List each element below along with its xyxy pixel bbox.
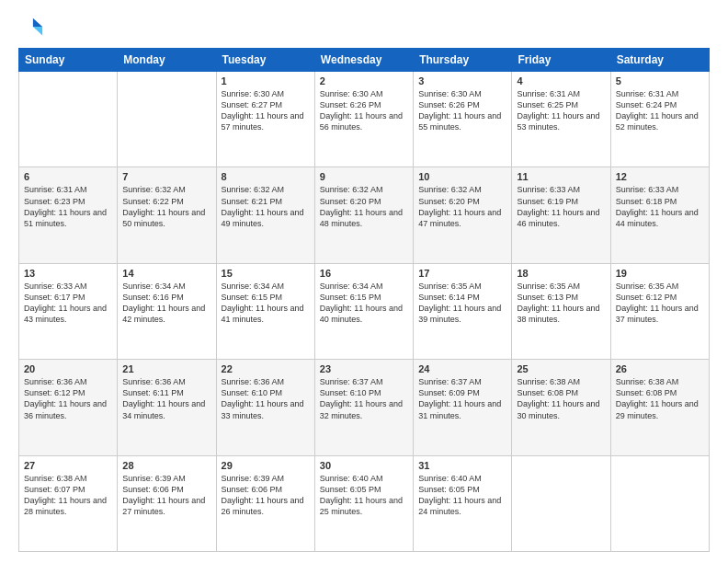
day-number: 30 xyxy=(320,460,408,471)
calendar-cell xyxy=(512,455,610,551)
day-info: Sunrise: 6:36 AM Sunset: 6:12 PM Dayligh… xyxy=(24,376,112,421)
day-number: 21 xyxy=(122,363,210,374)
week-row-4: 20Sunrise: 6:36 AM Sunset: 6:12 PM Dayli… xyxy=(19,360,710,455)
calendar-cell: 4Sunrise: 6:31 AM Sunset: 6:25 PM Daylig… xyxy=(512,72,610,167)
day-info: Sunrise: 6:32 AM Sunset: 6:22 PM Dayligh… xyxy=(122,184,210,229)
page: SundayMondayTuesdayWednesdayThursdayFrid… xyxy=(0,0,728,563)
day-info: Sunrise: 6:33 AM Sunset: 6:19 PM Dayligh… xyxy=(517,184,605,229)
day-info: Sunrise: 6:32 AM Sunset: 6:21 PM Dayligh… xyxy=(222,184,310,229)
day-info: Sunrise: 6:34 AM Sunset: 6:15 PM Dayligh… xyxy=(320,281,408,326)
day-info: Sunrise: 6:31 AM Sunset: 6:24 PM Dayligh… xyxy=(616,88,704,133)
day-number: 19 xyxy=(616,268,704,279)
day-number: 3 xyxy=(418,75,506,86)
day-info: Sunrise: 6:36 AM Sunset: 6:11 PM Dayligh… xyxy=(122,376,210,421)
day-number: 18 xyxy=(517,268,605,279)
calendar-cell: 11Sunrise: 6:33 AM Sunset: 6:19 PM Dayli… xyxy=(512,167,610,263)
calendar-cell: 29Sunrise: 6:39 AM Sunset: 6:06 PM Dayli… xyxy=(216,455,314,551)
day-number: 10 xyxy=(418,171,506,182)
day-number: 31 xyxy=(418,460,506,471)
calendar-cell: 17Sunrise: 6:35 AM Sunset: 6:14 PM Dayli… xyxy=(414,263,512,359)
day-info: Sunrise: 6:39 AM Sunset: 6:06 PM Dayligh… xyxy=(122,473,210,518)
calendar-cell: 20Sunrise: 6:36 AM Sunset: 6:12 PM Dayli… xyxy=(19,360,118,455)
calendar-cell: 1Sunrise: 6:30 AM Sunset: 6:27 PM Daylig… xyxy=(216,72,314,167)
day-info: Sunrise: 6:30 AM Sunset: 6:26 PM Dayligh… xyxy=(320,88,408,133)
day-number: 27 xyxy=(24,460,112,471)
day-info: Sunrise: 6:40 AM Sunset: 6:05 PM Dayligh… xyxy=(418,473,506,518)
calendar-cell: 31Sunrise: 6:40 AM Sunset: 6:05 PM Dayli… xyxy=(414,455,512,551)
day-number: 6 xyxy=(24,171,112,182)
calendar-table: SundayMondayTuesdayWednesdayThursdayFrid… xyxy=(18,48,710,552)
day-info: Sunrise: 6:30 AM Sunset: 6:26 PM Dayligh… xyxy=(418,88,506,133)
svg-marker-0 xyxy=(33,18,42,27)
day-info: Sunrise: 6:38 AM Sunset: 6:08 PM Dayligh… xyxy=(517,376,605,421)
day-info: Sunrise: 6:34 AM Sunset: 6:15 PM Dayligh… xyxy=(222,281,310,326)
day-header-thursday: Thursday xyxy=(414,49,512,72)
day-number: 29 xyxy=(222,460,310,471)
day-info: Sunrise: 6:35 AM Sunset: 6:14 PM Dayligh… xyxy=(418,281,506,326)
svg-marker-1 xyxy=(33,27,42,35)
calendar-cell: 27Sunrise: 6:38 AM Sunset: 6:07 PM Dayli… xyxy=(19,455,118,551)
week-row-1: 1Sunrise: 6:30 AM Sunset: 6:27 PM Daylig… xyxy=(19,72,710,167)
day-info: Sunrise: 6:37 AM Sunset: 6:09 PM Dayligh… xyxy=(418,376,506,421)
day-header-wednesday: Wednesday xyxy=(314,49,413,72)
day-info: Sunrise: 6:36 AM Sunset: 6:10 PM Dayligh… xyxy=(222,376,310,421)
calendar-cell: 7Sunrise: 6:32 AM Sunset: 6:22 PM Daylig… xyxy=(118,167,216,263)
day-number: 12 xyxy=(616,171,704,182)
day-number: 23 xyxy=(320,363,408,374)
calendar-cell: 8Sunrise: 6:32 AM Sunset: 6:21 PM Daylig… xyxy=(216,167,314,263)
calendar-cell: 5Sunrise: 6:31 AM Sunset: 6:24 PM Daylig… xyxy=(610,72,709,167)
calendar-cell: 28Sunrise: 6:39 AM Sunset: 6:06 PM Dayli… xyxy=(118,455,216,551)
day-number: 2 xyxy=(320,75,408,86)
calendar-cell: 14Sunrise: 6:34 AM Sunset: 6:16 PM Dayli… xyxy=(118,263,216,359)
calendar-cell: 18Sunrise: 6:35 AM Sunset: 6:13 PM Dayli… xyxy=(512,263,610,359)
day-number: 17 xyxy=(418,268,506,279)
day-number: 4 xyxy=(517,75,605,86)
calendar-cell: 21Sunrise: 6:36 AM Sunset: 6:11 PM Dayli… xyxy=(118,360,216,455)
day-number: 14 xyxy=(122,268,210,279)
calendar-cell: 19Sunrise: 6:35 AM Sunset: 6:12 PM Dayli… xyxy=(610,263,709,359)
day-info: Sunrise: 6:35 AM Sunset: 6:13 PM Dayligh… xyxy=(517,281,605,326)
day-number: 5 xyxy=(616,75,704,86)
day-header-tuesday: Tuesday xyxy=(216,49,314,72)
day-number: 15 xyxy=(222,268,310,279)
day-info: Sunrise: 6:40 AM Sunset: 6:05 PM Dayligh… xyxy=(320,473,408,518)
week-row-3: 13Sunrise: 6:33 AM Sunset: 6:17 PM Dayli… xyxy=(19,263,710,359)
header xyxy=(18,15,710,40)
calendar-cell: 6Sunrise: 6:31 AM Sunset: 6:23 PM Daylig… xyxy=(19,167,118,263)
day-info: Sunrise: 6:35 AM Sunset: 6:12 PM Dayligh… xyxy=(616,281,704,326)
day-header-friday: Friday xyxy=(512,49,610,72)
day-info: Sunrise: 6:31 AM Sunset: 6:25 PM Dayligh… xyxy=(517,88,605,133)
day-info: Sunrise: 6:32 AM Sunset: 6:20 PM Dayligh… xyxy=(320,184,408,229)
day-number: 13 xyxy=(24,268,112,279)
calendar-cell: 22Sunrise: 6:36 AM Sunset: 6:10 PM Dayli… xyxy=(216,360,314,455)
day-number: 26 xyxy=(616,363,704,374)
calendar-cell: 15Sunrise: 6:34 AM Sunset: 6:15 PM Dayli… xyxy=(216,263,314,359)
calendar-cell: 3Sunrise: 6:30 AM Sunset: 6:26 PM Daylig… xyxy=(414,72,512,167)
day-number: 24 xyxy=(418,363,506,374)
day-number: 16 xyxy=(320,268,408,279)
calendar-cell: 2Sunrise: 6:30 AM Sunset: 6:26 PM Daylig… xyxy=(314,72,413,167)
day-info: Sunrise: 6:30 AM Sunset: 6:27 PM Dayligh… xyxy=(222,88,310,133)
day-number: 7 xyxy=(122,171,210,182)
day-number: 25 xyxy=(517,363,605,374)
calendar-cell xyxy=(118,72,216,167)
day-info: Sunrise: 6:31 AM Sunset: 6:23 PM Dayligh… xyxy=(24,184,112,229)
day-info: Sunrise: 6:38 AM Sunset: 6:08 PM Dayligh… xyxy=(616,376,704,421)
calendar-cell: 24Sunrise: 6:37 AM Sunset: 6:09 PM Dayli… xyxy=(414,360,512,455)
day-number: 22 xyxy=(222,363,310,374)
calendar-cell: 26Sunrise: 6:38 AM Sunset: 6:08 PM Dayli… xyxy=(610,360,709,455)
day-number: 1 xyxy=(222,75,310,86)
week-row-2: 6Sunrise: 6:31 AM Sunset: 6:23 PM Daylig… xyxy=(19,167,710,263)
logo xyxy=(18,15,48,40)
calendar-header-row: SundayMondayTuesdayWednesdayThursdayFrid… xyxy=(19,49,710,72)
calendar-cell: 23Sunrise: 6:37 AM Sunset: 6:10 PM Dayli… xyxy=(314,360,413,455)
calendar-cell: 25Sunrise: 6:38 AM Sunset: 6:08 PM Dayli… xyxy=(512,360,610,455)
day-number: 8 xyxy=(222,171,310,182)
day-info: Sunrise: 6:38 AM Sunset: 6:07 PM Dayligh… xyxy=(24,473,112,518)
day-info: Sunrise: 6:37 AM Sunset: 6:10 PM Dayligh… xyxy=(320,376,408,421)
calendar-cell: 10Sunrise: 6:32 AM Sunset: 6:20 PM Dayli… xyxy=(414,167,512,263)
calendar-cell: 30Sunrise: 6:40 AM Sunset: 6:05 PM Dayli… xyxy=(314,455,413,551)
calendar-cell: 13Sunrise: 6:33 AM Sunset: 6:17 PM Dayli… xyxy=(19,263,118,359)
day-header-saturday: Saturday xyxy=(610,49,709,72)
day-number: 11 xyxy=(517,171,605,182)
